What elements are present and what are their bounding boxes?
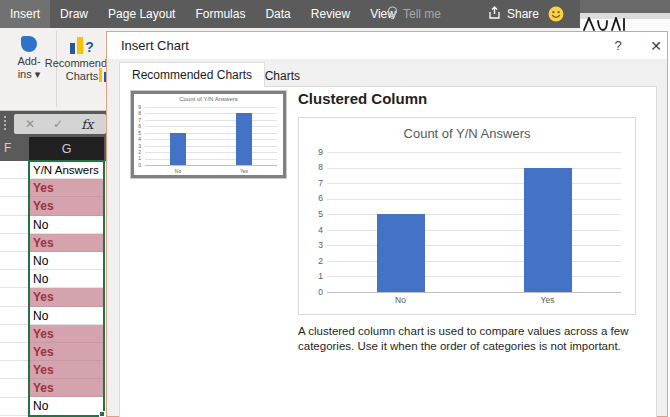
g-cell[interactable]: No xyxy=(29,397,104,415)
bar-yes xyxy=(236,113,252,165)
chart-description: A clustered column chart is used to comp… xyxy=(298,324,658,354)
gridline xyxy=(327,199,621,200)
help-button[interactable]: ? xyxy=(609,37,627,55)
gridline xyxy=(327,245,621,246)
y-tick-label: 0 xyxy=(135,162,141,168)
gridline xyxy=(327,292,621,293)
y-tick-label: 1 xyxy=(309,271,323,281)
g-cell[interactable]: No xyxy=(29,307,104,325)
enter-icon[interactable]: ✓ xyxy=(53,117,63,131)
excel-window: Insert Draw Page Layout Formulas Data Re… xyxy=(0,0,670,417)
ribbon-tab-insert[interactable]: Insert xyxy=(0,0,50,28)
g-cell[interactable]: Yes xyxy=(29,179,104,197)
ribbon-tab-formulas[interactable]: Formulas xyxy=(185,0,255,28)
gridline xyxy=(145,133,277,134)
y-tick-label: 8 xyxy=(309,162,323,172)
g-cell[interactable]: Yes xyxy=(29,288,104,306)
category-label: Yes xyxy=(219,168,269,174)
y-tick-label: 6 xyxy=(135,123,141,129)
g-cell[interactable]: No xyxy=(29,270,104,288)
selected-chart-name: Clustered Column xyxy=(298,90,427,107)
mini-chart-title: Count of Y/N Answers xyxy=(134,96,283,102)
share-icon xyxy=(487,6,501,23)
y-tick-label: 4 xyxy=(135,136,141,142)
y-tick-label: 3 xyxy=(309,240,323,250)
gridline xyxy=(327,152,621,153)
chart-title: Count of Y/N Answers xyxy=(299,126,635,141)
gridline xyxy=(145,165,277,166)
lightbulb-icon xyxy=(387,6,398,23)
y-tick-label: 2 xyxy=(309,256,323,266)
g-cell[interactable]: Yes xyxy=(29,197,104,215)
category-label: Yes xyxy=(523,295,573,305)
y-tick-label: 8 xyxy=(135,110,141,116)
category-label: No xyxy=(153,168,203,174)
g-cell[interactable]: No xyxy=(29,216,104,234)
dialog-title-bar: Insert Chart ? ✕ xyxy=(107,32,667,59)
chart-preview[interactable]: Count of Y/N Answers 0123456789NoYes xyxy=(298,117,636,315)
y-tick-label: 4 xyxy=(309,225,323,235)
sheet-peek-top-right xyxy=(580,0,670,31)
gridline xyxy=(145,126,277,127)
smiley-icon[interactable] xyxy=(548,6,564,26)
y-tick-label: 6 xyxy=(309,193,323,203)
bar-yes xyxy=(524,168,572,292)
gridline xyxy=(327,168,621,169)
gridline xyxy=(145,139,277,140)
y-tick-label: 3 xyxy=(135,143,141,149)
ribbon-tab-page-layout[interactable]: Page Layout xyxy=(98,0,185,28)
tab-recommended-charts[interactable]: Recommended Charts xyxy=(119,62,265,87)
tell-me-box[interactable]: Tell me xyxy=(387,0,441,28)
g-cell[interactable]: Y/N Answers xyxy=(29,161,104,179)
y-tick-label: 5 xyxy=(309,209,323,219)
column-header-f[interactable]: F xyxy=(4,141,11,155)
column-header-g[interactable]: G xyxy=(29,137,104,161)
insert-function-icon[interactable]: fx xyxy=(81,117,93,132)
ribbon-tab-draw[interactable]: Draw xyxy=(50,0,98,28)
recommended-charts-icon: ? xyxy=(70,34,94,54)
y-tick-label: 7 xyxy=(309,178,323,188)
g-cell[interactable]: Yes xyxy=(29,234,104,252)
gridline xyxy=(327,261,621,262)
y-tick-label: 5 xyxy=(135,130,141,136)
y-tick-label: 2 xyxy=(135,149,141,155)
y-tick-label: 0 xyxy=(309,287,323,297)
ribbon-tab-data[interactable]: Data xyxy=(255,0,300,28)
bar-no xyxy=(170,133,186,165)
gridline xyxy=(145,159,277,160)
g-cell[interactable]: Yes xyxy=(29,325,104,343)
gridline xyxy=(327,183,621,184)
fill-handle[interactable] xyxy=(99,411,105,417)
column-headers: F G xyxy=(0,137,106,161)
mini-chart: Count of Y/N Answers 0123456789NoYes xyxy=(134,94,283,175)
column-f-cells[interactable] xyxy=(0,161,29,417)
gridline xyxy=(327,276,621,277)
g-cell[interactable]: Yes xyxy=(29,343,104,361)
g-cell[interactable]: Yes xyxy=(29,361,104,379)
gridline xyxy=(327,214,621,215)
add-ins-icon xyxy=(21,36,37,52)
ribbon-content: Add-ins ▾ ? Recommended Charts xyxy=(0,28,106,111)
y-tick-label: 7 xyxy=(135,117,141,123)
y-tick-label: 9 xyxy=(309,147,323,157)
g-column-cells: Y/N AnswersYesYesNoYesNoNoYesNoYesYesYes… xyxy=(29,161,104,416)
g-cell[interactable]: No xyxy=(29,252,104,270)
gridline xyxy=(145,120,277,121)
close-icon[interactable]: ✕ xyxy=(647,37,665,55)
share-label: Share xyxy=(507,7,539,21)
ribbon-tab-review[interactable]: Review xyxy=(301,0,360,28)
share-button[interactable]: Share xyxy=(487,0,539,28)
cancel-icon[interactable]: ✕ xyxy=(25,117,35,131)
y-tick-label: 9 xyxy=(135,104,141,110)
tell-me-label: Tell me xyxy=(403,7,441,21)
gridline xyxy=(145,113,277,114)
dialog-title: Insert Chart xyxy=(121,38,189,53)
bar-no xyxy=(377,214,425,292)
y-tick-label: 1 xyxy=(135,155,141,161)
insert-chart-dialog: Insert Chart ? ✕ Recommended Charts All … xyxy=(106,31,668,417)
chart-thumbnail-selected[interactable]: Count of Y/N Answers 0123456789NoYes xyxy=(131,91,286,178)
gridline xyxy=(145,146,277,147)
g-cell[interactable]: Yes xyxy=(29,379,104,397)
grip-dots-icon xyxy=(4,116,6,130)
recommended-charts-page: Count of Y/N Answers 0123456789NoYes Clu… xyxy=(119,86,657,417)
